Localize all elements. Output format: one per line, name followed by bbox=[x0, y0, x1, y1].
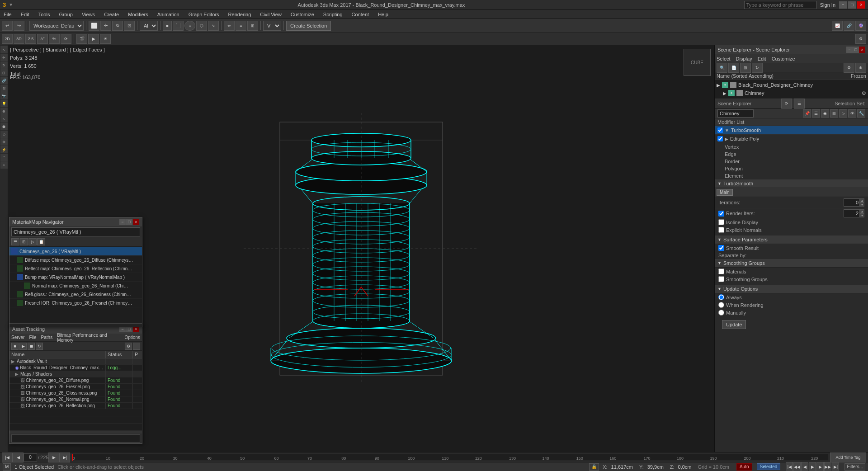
menu-create[interactable]: Create bbox=[102, 11, 121, 18]
subitem-element[interactable]: Element bbox=[722, 172, 868, 179]
mod-util-btn[interactable]: 🔧 bbox=[857, 109, 865, 118]
subitem-border[interactable]: Border bbox=[722, 158, 868, 165]
menu-help[interactable]: Help bbox=[376, 11, 390, 18]
nav-cube[interactable]: CUBE bbox=[684, 49, 711, 76]
asset-tb-more[interactable]: ⋯ bbox=[133, 343, 140, 350]
mat-row-3[interactable]: Bump map: VRayNormalMap ( VRayNormalMap … bbox=[9, 273, 142, 282]
modifier-turbosmooth[interactable]: ▼ TurboSmooth bbox=[715, 126, 868, 135]
viewport-config-btn[interactable]: ⚙ bbox=[855, 34, 866, 44]
scene-refresh-btn[interactable]: ↻ bbox=[752, 63, 763, 73]
pb-prev[interactable]: ◀ bbox=[801, 462, 808, 471]
angle-snap-btn[interactable]: A° bbox=[37, 34, 48, 44]
lt-camera[interactable]: 📷 bbox=[0, 92, 8, 99]
scene-menu-display[interactable]: Display bbox=[736, 56, 752, 61]
lt-light[interactable]: 💡 bbox=[0, 100, 8, 107]
pb-end[interactable]: ▶| bbox=[832, 462, 839, 471]
always-radio[interactable] bbox=[718, 294, 724, 300]
lt-particles[interactable]: ∷ bbox=[0, 154, 8, 161]
menu-tools[interactable]: Tools bbox=[37, 11, 52, 18]
lt-scale[interactable]: ⊡ bbox=[0, 69, 8, 76]
menu-modifiers[interactable]: Modifiers bbox=[126, 11, 150, 18]
asset-scrollbar[interactable] bbox=[9, 431, 142, 433]
rect-sel-btn[interactable]: ⬛ bbox=[173, 21, 184, 31]
lt-spline[interactable]: ∿ bbox=[0, 115, 8, 122]
mat-max-btn[interactable]: □ bbox=[126, 219, 132, 225]
circ-sel-btn[interactable]: ○ bbox=[184, 21, 195, 31]
mat-tb-3[interactable]: ▷ bbox=[28, 238, 37, 245]
mod-hier-btn[interactable]: ⊞ bbox=[830, 109, 838, 118]
scene-explorer-max[interactable]: □ bbox=[853, 47, 859, 53]
asset-row-4[interactable]: 🖼Chimneys_geo_26_Fresnel.png Found bbox=[9, 384, 142, 390]
mod-obj-btn[interactable]: ◉ bbox=[821, 109, 829, 118]
iterations-up[interactable]: ▲ bbox=[860, 198, 864, 203]
update-btn[interactable]: Update bbox=[722, 320, 746, 329]
mat-tb-2[interactable]: ⊞ bbox=[20, 238, 28, 245]
scene-search-btn[interactable]: 🔍 bbox=[717, 63, 727, 73]
lt-select[interactable]: ↖ bbox=[0, 46, 8, 53]
lt-dynamics[interactable]: ⚡ bbox=[0, 146, 8, 153]
percent-snap-btn[interactable]: % bbox=[49, 34, 60, 44]
scene-menu-select[interactable]: Select bbox=[717, 56, 731, 61]
asset-menu-file[interactable]: File bbox=[29, 335, 36, 340]
scene-list-btn[interactable]: ☰ bbox=[794, 99, 805, 108]
asset-menu-paths[interactable]: Paths bbox=[41, 335, 53, 340]
lt-geometry[interactable]: ⬢ bbox=[0, 123, 8, 130]
materials-check[interactable] bbox=[718, 268, 724, 274]
pb-next-key[interactable]: ▶▶ bbox=[824, 462, 831, 471]
modifier-search[interactable] bbox=[717, 109, 754, 118]
menu-file[interactable]: File bbox=[2, 11, 14, 18]
view-dropdown[interactable]: View bbox=[263, 21, 281, 31]
asset-row-7[interactable]: 🖼Chimneys_geo_26_Reflection.png Found bbox=[9, 403, 142, 409]
asset-tb-refresh[interactable]: ↻ bbox=[36, 343, 43, 350]
mod-motion-btn[interactable]: ▷ bbox=[839, 109, 847, 118]
asset-menu-server[interactable]: Server bbox=[11, 335, 24, 340]
lasso-sel-btn[interactable]: ∿ bbox=[208, 21, 219, 31]
mat-navigator-titlebar[interactable]: Material/Map Navigator − □ × bbox=[9, 217, 142, 226]
curve-editor-btn[interactable]: 📈 bbox=[832, 21, 843, 31]
mat-row-4[interactable]: Normal map: Chimneys_geo_26_Normal (Chim… bbox=[9, 282, 142, 290]
scene-freeze-btn[interactable]: ❄ bbox=[855, 63, 866, 73]
pb-prev-key[interactable]: ◀◀ bbox=[793, 462, 801, 471]
scene-sync-btn[interactable]: ⟳ bbox=[781, 99, 792, 108]
mat-row-2[interactable]: Reflect map: Chimneys_geo_26_Reflection … bbox=[9, 264, 142, 273]
render-iters-up[interactable]: ▲ bbox=[860, 209, 864, 213]
lt-rotate[interactable]: ↻ bbox=[0, 61, 8, 69]
isoline-check[interactable] bbox=[718, 219, 724, 225]
rotate-btn[interactable]: ↻ bbox=[112, 21, 123, 31]
keyword-search[interactable] bbox=[744, 1, 816, 9]
add-time-tag[interactable]: Add Time Tag bbox=[830, 452, 866, 462]
timeline-prev[interactable]: ◀ bbox=[13, 452, 24, 462]
turbosmooth-check[interactable] bbox=[717, 127, 723, 133]
scene-row-black-round[interactable]: ▶ ● Black_Round_Designer_Chimney bbox=[715, 81, 868, 89]
asset-path-input[interactable] bbox=[11, 434, 140, 443]
asset-menu-bitmap[interactable]: Bitmap Performance and Memory bbox=[57, 333, 120, 343]
scale-btn[interactable]: ⊡ bbox=[124, 21, 135, 31]
create-selection-btn[interactable]: Create Selection bbox=[286, 21, 331, 31]
lock-btn[interactable]: 🔒 bbox=[589, 463, 599, 471]
lt-move[interactable]: ✛ bbox=[0, 54, 8, 61]
mat-row-0[interactable]: Chimneys_geo_26 ( VRayMtl ) bbox=[9, 247, 142, 256]
menu-graph-editors[interactable]: Graph Editors bbox=[187, 11, 221, 18]
render-iters-down[interactable]: ▼ bbox=[860, 213, 864, 217]
activeshade-btn[interactable]: ☀ bbox=[100, 34, 111, 44]
menu-edit[interactable]: Edit bbox=[19, 11, 31, 18]
workspace-dropdown[interactable]: Workspace: Default bbox=[29, 21, 84, 31]
asset-row-2[interactable]: ▶Maps / Shaders bbox=[9, 371, 142, 377]
mat-row-5[interactable]: Refl.gloss.: Chimneys_geo_26_Glossiness … bbox=[9, 290, 142, 299]
auto-key-btn[interactable]: Auto bbox=[736, 463, 752, 471]
mat-min-btn[interactable]: − bbox=[119, 219, 126, 225]
menu-animation[interactable]: Animation bbox=[156, 11, 181, 18]
menu-customize[interactable]: Customize bbox=[289, 11, 316, 18]
smooth-result-check[interactable] bbox=[718, 245, 724, 251]
scene-row-chimney[interactable]: ▶ ● Chimney ⚙ bbox=[715, 89, 868, 97]
snap2d-btn[interactable]: 2D bbox=[2, 34, 13, 44]
menu-views[interactable]: Views bbox=[80, 11, 97, 18]
array-btn[interactable]: ⊞ bbox=[247, 21, 258, 31]
mat-name-input[interactable] bbox=[11, 227, 140, 236]
asset-tb-3[interactable]: ⏹ bbox=[28, 343, 35, 350]
move-btn[interactable]: ✛ bbox=[100, 21, 111, 31]
redo-btn[interactable]: ↪ bbox=[14, 21, 24, 31]
scene-settings-btn[interactable]: ⚙ bbox=[844, 63, 854, 73]
subitem-polygon[interactable]: Polygon bbox=[722, 165, 868, 172]
command-mode-btn[interactable]: M bbox=[3, 463, 11, 471]
